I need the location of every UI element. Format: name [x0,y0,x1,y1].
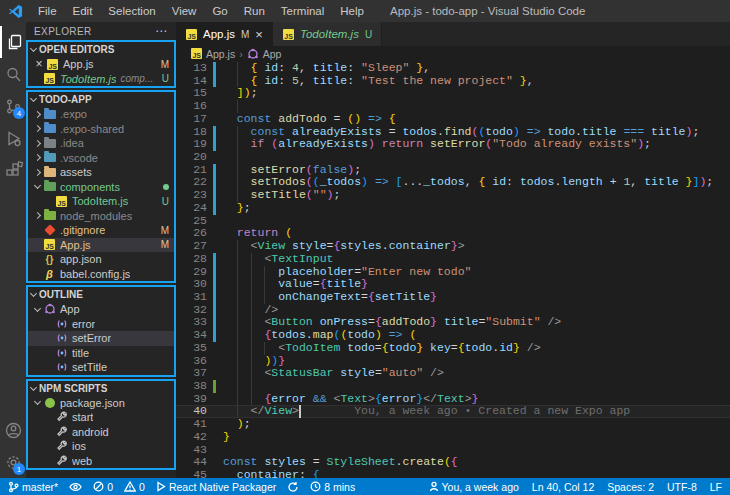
chevron-down-icon[interactable] [32,185,43,188]
chevron-down-icon[interactable] [32,401,43,404]
status-timer[interactable]: 8 mins [310,481,355,493]
chevron-right-icon[interactable] [32,112,43,117]
status-branch[interactable]: master* [8,481,58,493]
section-header-open-editors[interactable]: OPEN EDITORS [28,42,174,57]
section-header-npm-scripts[interactable]: NPM SCRIPTS [28,381,174,396]
line-number[interactable]: 42 [176,431,212,444]
status-eol[interactable]: LF [710,481,722,493]
var-icon [55,333,68,344]
activity-account[interactable] [0,414,26,446]
activity-extensions[interactable] [0,154,26,186]
line-number[interactable]: 23 [176,189,212,202]
sidebar-item-web[interactable]: web [28,454,174,469]
sidebar-item-app-js[interactable]: ×JSApp.jsM [28,57,174,72]
chevron-down-icon[interactable] [32,308,43,311]
code-line-42[interactable]: 42} [176,431,730,444]
sidebar-item-assets[interactable]: assets [28,165,174,180]
activity-explorer[interactable] [0,26,26,58]
code-editor[interactable]: 13 { id: 4, title: "Sleep" },14 { id: 5,… [176,61,730,478]
breadcrumb-item[interactable]: App [263,48,282,60]
chevron-right-icon[interactable] [32,126,43,131]
line-number[interactable]: 27 [176,240,212,253]
status-cursor-position[interactable]: Ln 40, Col 12 [532,481,594,493]
section-header-files[interactable]: TODO-APP [28,92,174,107]
sidebar-item-babel-config-js[interactable]: βbabel.config.js [28,267,174,282]
status-encoding[interactable]: UTF-8 [667,481,697,493]
code-line-19[interactable]: 19 if (alreadyExists) return setError("T… [176,138,730,151]
sidebar-item-app[interactable]: App [28,302,174,317]
breadcrumb-item[interactable]: App.js [206,48,235,60]
activity-run-debug[interactable] [0,122,26,154]
sidebar-item-app-js[interactable]: JSApp.jsM [28,238,174,253]
status-warnings[interactable]: 0 [124,481,145,493]
sidebar-item-android[interactable]: android [28,425,174,440]
menu-run[interactable]: Run [236,0,273,22]
code-line-41[interactable]: 41 ); [176,418,730,431]
status-blame-toggle[interactable] [69,482,82,492]
code-line-37[interactable]: 37 <StatusBar style="auto" /> [176,367,730,380]
menu-view[interactable]: View [164,0,205,22]
code-line-45[interactable]: 45 container: { [176,469,730,478]
sidebar-item-start[interactable]: start [28,410,174,425]
sidebar-item-node-modules[interactable]: node_modules [28,209,174,224]
close-icon[interactable]: × [32,57,46,71]
sidebar-item--idea[interactable]: .idea [28,136,174,151]
sidebar-item--vscode[interactable]: .vscode [28,151,174,166]
menu-terminal[interactable]: Terminal [273,0,332,22]
status-indentation[interactable]: Spaces: 2 [607,481,654,493]
activity-source-control[interactable]: 4 [0,90,26,122]
code-line-23[interactable]: 23 setTitle(""); [176,189,730,202]
close-icon[interactable]: × [255,27,263,42]
menu-selection[interactable]: Selection [100,0,163,22]
menu-file[interactable]: File [30,0,65,22]
chevron-right-icon[interactable] [32,170,43,175]
line-number[interactable]: 34 [176,329,212,342]
sidebar-item-todoitem-js[interactable]: JSTodoItem.jscomp...U [28,72,174,87]
chevron-right-icon[interactable] [32,141,43,146]
sidebar-item--expo[interactable]: .expo [28,107,174,122]
menu-help[interactable]: Help [332,0,372,22]
line-number[interactable]: 38 [176,380,212,393]
line-number[interactable]: 31 [176,291,212,304]
line-number[interactable]: 17 [176,113,212,126]
code-line-24[interactable]: 24 }; [176,202,730,215]
code-line-14[interactable]: 14 { id: 5, title: "Test the new project… [176,75,730,88]
line-number[interactable]: 28 [176,253,212,266]
menu-edit[interactable]: Edit [65,0,101,22]
menu-go[interactable]: Go [204,0,235,22]
sidebar-item-title[interactable]: title [28,346,174,361]
line-number[interactable]: 13 [176,62,212,75]
sidebar-item-todoitem-js[interactable]: JSTodoItem.jsU [28,194,174,209]
tab-app-js[interactable]: JSApp.jsM× [176,22,273,46]
sidebar-item--gitignore[interactable]: .gitignoreM [28,223,174,238]
code-line-40[interactable]: 40 </View> You, a week ago • Created a n… [176,405,730,418]
sidebar-item--expo-shared[interactable]: .expo-shared [28,122,174,137]
section-header-outline[interactable]: OUTLINE [28,287,174,302]
sidebar-item-ios[interactable]: ios [28,439,174,454]
line-number[interactable]: 24 [176,202,212,215]
ellipsis-icon[interactable]: ⋯ [155,24,168,38]
chevron-right-icon[interactable] [32,213,43,218]
sidebar-item-settitle[interactable]: setTitle [28,360,174,375]
sidebar-item-error[interactable]: error [28,317,174,332]
line-number[interactable]: 41 [176,418,212,431]
tab-todoitem-js[interactable]: JSTodoItem.jsU [273,22,382,46]
line-number[interactable]: 45 [176,469,212,478]
token: , [299,61,313,74]
sidebar-item-seterror[interactable]: setError [28,331,174,346]
line-number[interactable]: 16 [176,100,212,113]
line-number[interactable]: 35 [176,342,212,355]
sidebar-item-package-json[interactable]: package.json [28,396,174,411]
chevron-right-icon[interactable] [32,155,43,160]
sidebar-item-components[interactable]: components [28,180,174,195]
activity-search[interactable] [0,58,26,90]
code-line-15[interactable]: 15 ]); [176,87,730,100]
status-react-native-packager[interactable]: React Native Packager [156,481,276,493]
status-sync[interactable] [287,481,299,493]
sidebar-item-app-json[interactable]: {}app.json [28,252,174,267]
activity-settings[interactable]: 1 [0,446,26,478]
status-errors[interactable]: 0 [93,481,113,493]
line-number[interactable]: 20 [176,151,212,164]
status-blame-info[interactable]: You, a week ago [429,481,519,493]
breadcrumb[interactable]: JSApp.js›App [176,46,730,61]
